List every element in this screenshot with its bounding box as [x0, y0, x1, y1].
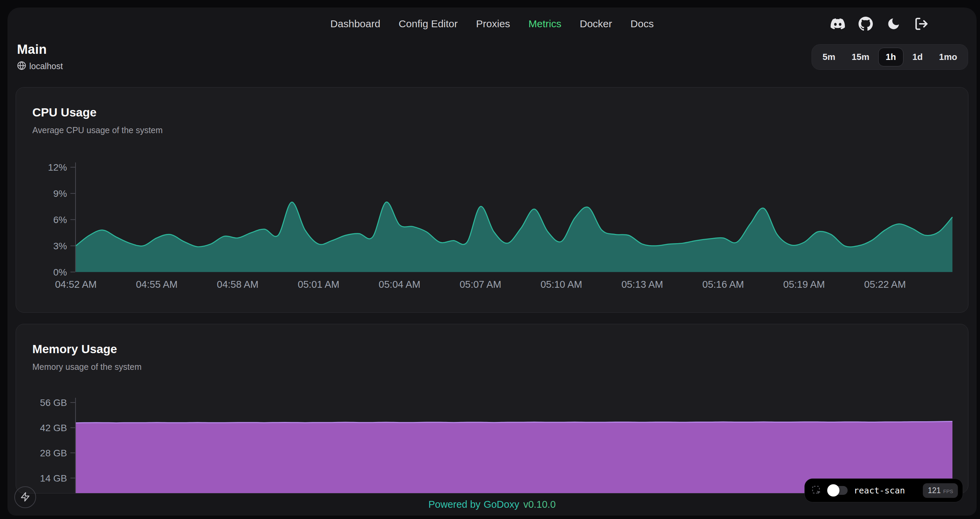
svg-text:05:07 AM: 05:07 AM [460, 279, 501, 290]
nav-item-config-editor[interactable]: Config Editor [399, 18, 458, 30]
cpu-chart-title: CPU Usage [16, 105, 968, 120]
svg-text:05:04 AM: 05:04 AM [379, 279, 420, 290]
react-scan-toggle[interactable] [829, 486, 848, 495]
svg-text:28 GB: 28 GB [40, 448, 67, 458]
svg-text:05:10 AM: 05:10 AM [540, 279, 582, 290]
svg-text:3%: 3% [53, 241, 67, 251]
cpu-usage-card: CPU Usage Average CPU usage of the syste… [16, 87, 969, 313]
host-label: localhost [29, 61, 63, 71]
top-bar: Dashboard Config Editor Proxies Metrics … [8, 8, 977, 40]
svg-text:56 GB: 56 GB [40, 398, 67, 408]
range-5m[interactable]: 5m [815, 48, 843, 66]
page-head: Main localhost 5m 15m 1h 1d 1mo [8, 40, 977, 72]
lightning-icon [20, 492, 30, 503]
svg-text:05:19 AM: 05:19 AM [783, 279, 825, 290]
fps-value: 121 [928, 486, 940, 495]
svg-text:42 GB: 42 GB [40, 423, 67, 433]
range-1h[interactable]: 1h [878, 48, 904, 66]
logout-icon[interactable] [914, 16, 929, 31]
github-icon[interactable] [858, 16, 873, 31]
cpu-chart-subtitle: Average CPU usage of the system [16, 125, 968, 135]
svg-text:05:01 AM: 05:01 AM [298, 279, 339, 290]
svg-text:14 GB: 14 GB [40, 473, 67, 483]
globe-icon [17, 61, 26, 72]
nav-item-proxies[interactable]: Proxies [476, 18, 510, 30]
fps-badge: 121 FPS [923, 483, 958, 498]
powered-by-text: Powered by [428, 499, 480, 510]
range-1mo[interactable]: 1mo [932, 48, 965, 66]
host-row: localhost [17, 61, 63, 72]
memory-chart-title: Memory Usage [16, 342, 968, 356]
page-title: Main [17, 42, 63, 57]
range-1d[interactable]: 1d [905, 48, 930, 66]
svg-text:04:52 AM: 04:52 AM [55, 279, 97, 290]
range-15m[interactable]: 15m [844, 48, 877, 66]
quick-actions-button[interactable] [14, 486, 36, 508]
svg-text:12%: 12% [48, 162, 67, 172]
svg-text:04:55 AM: 04:55 AM [136, 279, 177, 290]
mem-chart-svg: 14 GB28 GB42 GB56 GB [16, 390, 968, 493]
toggle-knob [827, 484, 840, 497]
title-block: Main localhost [17, 42, 63, 72]
react-scan-label: react-scan [854, 485, 905, 495]
cpu-chart-svg: 0%3%6%9%12%04:52 AM04:55 AM04:58 AM05:01… [16, 158, 968, 301]
version-text: v0.10.0 [523, 499, 556, 510]
memory-usage-card: Memory Usage Memory usage of the system … [16, 324, 969, 494]
app-window: Dashboard Config Editor Proxies Metrics … [8, 8, 977, 516]
fps-unit: FPS [943, 489, 953, 494]
nav-item-docs[interactable]: Docs [630, 18, 654, 30]
nav-item-metrics[interactable]: Metrics [528, 18, 562, 30]
theme-toggle-icon[interactable] [886, 16, 901, 31]
memory-usage-chart[interactable]: 14 GB28 GB42 GB56 GB [16, 390, 968, 493]
time-range-picker: 5m 15m 1h 1d 1mo [811, 44, 968, 70]
memory-chart-subtitle: Memory usage of the system [16, 362, 968, 372]
discord-icon[interactable] [830, 16, 845, 31]
nav-item-dashboard[interactable]: Dashboard [331, 18, 380, 30]
inspect-icon[interactable] [811, 485, 822, 496]
svg-text:05:13 AM: 05:13 AM [621, 279, 663, 290]
react-scan-toolbar: react-scan 121 FPS [804, 479, 963, 502]
cpu-usage-chart[interactable]: 0%3%6%9%12%04:52 AM04:55 AM04:58 AM05:01… [16, 158, 968, 301]
svg-text:6%: 6% [53, 214, 67, 225]
svg-text:0%: 0% [53, 267, 67, 278]
svg-text:05:16 AM: 05:16 AM [702, 279, 744, 290]
main-nav: Dashboard Config Editor Proxies Metrics … [331, 18, 654, 30]
godoxy-link[interactable]: GoDoxy [484, 499, 519, 510]
nav-item-docker[interactable]: Docker [580, 18, 612, 30]
toolbar-icons [830, 16, 929, 31]
svg-text:05:22 AM: 05:22 AM [864, 279, 906, 290]
svg-text:04:58 AM: 04:58 AM [217, 279, 258, 290]
svg-text:9%: 9% [53, 188, 67, 199]
